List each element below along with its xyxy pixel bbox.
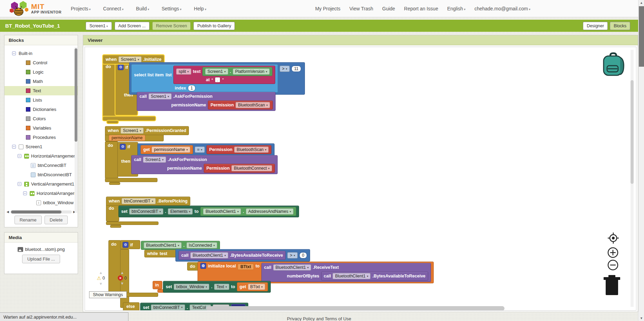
- component-dropdown[interactable]: btnConnectBT: [122, 198, 156, 204]
- permission-dropdown[interactable]: BluetoothScan: [234, 147, 269, 153]
- number-block[interactable]: 0: [299, 252, 307, 258]
- property-dropdown[interactable]: Elements: [168, 208, 193, 215]
- scroll-up-icon[interactable]: ▲: [638, 0, 644, 6]
- upload-file-button[interactable]: Upload File ...: [22, 255, 60, 263]
- operator-dropdown[interactable]: >: [280, 66, 290, 72]
- component-dropdown[interactable]: Screen1: [143, 157, 166, 163]
- screen-selector-dropdown[interactable]: Screen1: [86, 22, 112, 30]
- remove-screen-button[interactable]: Remove Screen: [152, 22, 191, 30]
- when-btnconnectbt-beforepicking-block[interactable]: when btnConnectBT .BeforePicking: [106, 197, 190, 206]
- show-warnings-button[interactable]: Show Warnings: [89, 291, 127, 298]
- variable-dropdown[interactable]: permissionName: [152, 147, 190, 153]
- permission-bluetoothscan-block[interactable]: Permission BluetoothScan: [208, 101, 273, 110]
- collapse-icon[interactable]: −: [18, 154, 21, 158]
- block-foot[interactable]: [105, 178, 157, 182]
- component-dropdown[interactable]: Screen1: [148, 93, 172, 100]
- tree-screen1[interactable]: − Screen1: [4, 142, 78, 151]
- component-dropdown[interactable]: txtbox_Window: [174, 284, 209, 290]
- event-block-body[interactable]: do: [105, 141, 118, 179]
- add-screen-button[interactable]: Add Screen ...: [115, 22, 150, 30]
- component-dropdown[interactable]: Screen1: [118, 56, 142, 63]
- isconnected-getter[interactable]: BluetoothClient1 . IsConnected: [141, 241, 220, 250]
- permission-dropdown[interactable]: BluetoothConnect: [231, 165, 272, 171]
- account-email[interactable]: chehade.mo@gmail.com: [474, 6, 530, 11]
- backpack-icon[interactable]: [600, 52, 630, 79]
- gear-icon[interactable]: ⚙: [200, 263, 206, 269]
- property-dropdown[interactable]: PlatformVersion: [233, 68, 270, 75]
- string-value[interactable]: .: [215, 77, 220, 83]
- screen1-platformversion-getter[interactable]: Screen1 . PlatformVersion: [202, 67, 272, 76]
- event-param-chip[interactable]: permissionName: [109, 135, 145, 141]
- menu-projects[interactable]: Projects: [71, 6, 91, 11]
- rename-button[interactable]: Rename: [15, 216, 42, 224]
- blocks-view-button[interactable]: Blocks: [610, 22, 630, 30]
- component-dropdown[interactable]: BluetoothClient1: [333, 273, 371, 279]
- canvas-horizontal-scrollbar[interactable]: [206, 306, 504, 311]
- zoom-out-icon[interactable]: [607, 259, 619, 271]
- when-screen1-permissiongranted-block[interactable]: when Screen1 .PermissionGranted: [105, 126, 189, 135]
- receive-text-call-block[interactable]: call BluetoothClient1 .ReceiveText numbe…: [261, 263, 431, 282]
- media-file-item[interactable]: bluetoot...stom).png: [4, 247, 78, 252]
- link-report-issue[interactable]: Report an Issue: [404, 6, 438, 11]
- component-dropdown[interactable]: btnConnectBT: [151, 304, 185, 311]
- operator-dropdown[interactable]: >: [287, 252, 297, 258]
- permission-bluetoothconnect-block[interactable]: Permission BluetoothConnect: [204, 164, 275, 173]
- property-dropdown[interactable]: AddressesAndNames: [246, 208, 294, 215]
- select-list-item-block[interactable]: select list item list split text Screen1…: [131, 64, 278, 93]
- palette-item-control[interactable]: Control: [4, 58, 78, 67]
- else-label-block[interactable]: else: [123, 302, 140, 311]
- property-dropdown[interactable]: IsConnected: [186, 242, 217, 248]
- component-dropdown[interactable]: BluetoothClient1: [144, 242, 182, 248]
- tree-horizontal-arrangement-2[interactable]: − HorizontalArrangerr: [4, 189, 78, 198]
- collapse-warnings-icon[interactable]: ▲: [94, 271, 108, 274]
- center-blocks-icon[interactable]: [607, 232, 619, 244]
- scrollbar-thumb[interactable]: [75, 48, 77, 142]
- app-inventor-logo[interactable]: MIT APP INVENTOR: [10, 1, 61, 16]
- palette-item-variables[interactable]: Variables: [4, 123, 78, 133]
- canvas-vertical-scrollbar[interactable]: [631, 50, 634, 307]
- designer-view-button[interactable]: Designer: [583, 22, 608, 30]
- component-dropdown[interactable]: Screen1: [205, 68, 228, 75]
- bytes-available-call-block[interactable]: call BluetoothClient1 .BytesAvailableToR…: [321, 272, 428, 281]
- event-block-body[interactable]: do: [108, 240, 121, 298]
- menu-help[interactable]: Help: [194, 6, 206, 11]
- expand-errors-icon[interactable]: ▼: [115, 282, 129, 285]
- link-guide[interactable]: Guide: [382, 6, 395, 11]
- collapse-icon[interactable]: −: [12, 51, 16, 55]
- link-my-projects[interactable]: My Projects: [315, 6, 340, 11]
- split-dropdown[interactable]: split: [176, 68, 191, 75]
- scroll-left-icon[interactable]: ◀: [7, 210, 9, 214]
- while-do-spine[interactable]: do: [187, 262, 199, 271]
- gear-icon[interactable]: ⚙: [123, 242, 128, 248]
- tree-horizontal-scrollbar[interactable]: ◀ ▶: [7, 210, 76, 214]
- component-dropdown[interactable]: BluetoothClient1: [273, 264, 311, 271]
- set-elements-block[interactable]: set btnConnectBT . Elements to Bluetooth…: [118, 206, 299, 217]
- get-permissionname-block[interactable]: get permissionName: [141, 145, 193, 154]
- event-block-body[interactable]: do: [103, 63, 116, 117]
- menu-build[interactable]: Build: [136, 6, 149, 11]
- split-block[interactable]: split text Screen1 . PlatformVersion at …: [173, 66, 275, 84]
- tree-vertical-arrangement[interactable]: − VerticalArrangement1: [4, 179, 78, 189]
- palette-vertical-scrollbar[interactable]: [75, 47, 77, 213]
- operator-dropdown[interactable]: =: [195, 147, 205, 153]
- variable-dropdown[interactable]: BTtxt: [248, 284, 265, 290]
- menu-connect[interactable]: Connect: [103, 6, 124, 11]
- gear-icon[interactable]: ⚙: [120, 144, 126, 150]
- palette-item-math[interactable]: Math: [4, 77, 78, 86]
- zoom-in-icon[interactable]: [607, 247, 619, 258]
- palette-item-text[interactable]: Text: [4, 86, 78, 95]
- component-dropdown[interactable]: BluetoothClient1: [203, 208, 241, 215]
- scrollbar-thumb[interactable]: [11, 210, 61, 214]
- number-block[interactable]: 11: [291, 66, 301, 72]
- block-foot-tab[interactable]: [109, 182, 120, 185]
- delete-button[interactable]: Delete: [45, 216, 68, 224]
- permission-bluetoothscan-block[interactable]: Permission BluetoothScan: [206, 145, 271, 154]
- permission-dropdown[interactable]: BluetoothScan: [236, 102, 270, 108]
- block-foot[interactable]: [103, 116, 155, 121]
- if-block[interactable]: ⚙ if: [120, 240, 140, 249]
- ask-for-permission-call-block[interactable]: call Screen1 .AskForPermission permissio…: [137, 92, 276, 111]
- trash-icon[interactable]: [603, 274, 621, 296]
- block-foot-tab[interactable]: [107, 121, 118, 123]
- scrollbar-thumb[interactable]: [631, 80, 634, 184]
- palette-item-lists[interactable]: Lists: [4, 95, 78, 105]
